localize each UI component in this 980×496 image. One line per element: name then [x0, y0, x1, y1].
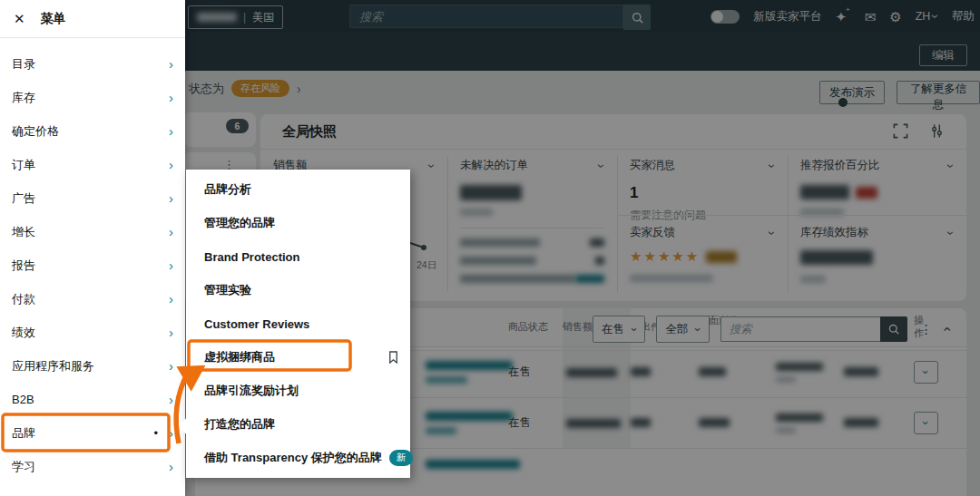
sidebar-item-inventory[interactable]: 库存› [0, 81, 185, 114]
sidebar-item-catalog[interactable]: 目录› [0, 47, 185, 81]
submenu-item-manage-experiments[interactable]: 管理实验 [186, 274, 410, 307]
sidebar-item-b2b[interactable]: B2B› [0, 383, 185, 416]
submenu-item-brand-referral-bonus[interactable]: 品牌引流奖励计划 [186, 374, 410, 407]
chevron-right-icon: › [169, 392, 173, 407]
sidebar-item-performance[interactable]: 绩效› [0, 316, 185, 349]
chevron-right-icon: › [169, 190, 173, 206]
chevron-right-icon: › [169, 258, 173, 273]
brands-submenu-panel: 品牌分析 管理您的品牌 Brand Protection 管理实验 Custom… [186, 170, 410, 478]
close-icon[interactable]: ✕ [14, 11, 25, 27]
chevron-right-icon: › [169, 291, 173, 306]
submenu-item-build-your-brand[interactable]: 打造您的品牌 [186, 407, 410, 441]
menu-title: 菜单 [41, 11, 66, 27]
sidebar-item-reports[interactable]: 报告› [0, 248, 185, 282]
sidebar-item-apps-services[interactable]: 应用程序和服务› [0, 349, 185, 383]
active-bullet-icon: • [153, 426, 158, 440]
sidebar-item-payments[interactable]: 付款› [0, 282, 185, 316]
submenu-item-customer-reviews[interactable]: Customer Reviews [186, 307, 410, 341]
submenu-item-brand-analytics[interactable]: 品牌分析 [186, 173, 410, 207]
bookmark-icon[interactable] [387, 350, 399, 364]
main-menu-panel: ✕ 菜单 目录› 库存› 确定价格› 订单› 广告› 增长› 报告› 付款› 绩… [0, 0, 185, 496]
submenu-item-brand-protection[interactable]: Brand Protection [186, 240, 410, 274]
sidebar-item-pricing[interactable]: 确定价格› [0, 114, 185, 148]
chevron-right-icon: › [169, 459, 173, 474]
chevron-right-icon: › [169, 56, 173, 72]
chevron-right-icon: › [169, 358, 173, 374]
chevron-right-icon: › [169, 325, 173, 340]
submenu-item-transparency[interactable]: 借助 Transparency 保护您的品牌 新 [186, 441, 410, 474]
chevron-right-icon: › [169, 157, 173, 172]
submenu-item-manage-your-brand[interactable]: 管理您的品牌 [186, 207, 410, 240]
chevron-right-icon: › [169, 425, 173, 441]
sidebar-item-advertising[interactable]: 广告› [0, 181, 185, 215]
sidebar-item-orders[interactable]: 订单› [0, 148, 185, 181]
chevron-right-icon: › [169, 90, 173, 105]
sidebar-item-learn[interactable]: 学习› [0, 450, 185, 483]
sidebar-item-brands[interactable]: 品牌•› [0, 416, 185, 450]
new-badge: 新 [389, 450, 414, 466]
submenu-item-virtual-bundles[interactable]: 虚拟捆绑商品 [186, 340, 410, 374]
sidebar-item-growth[interactable]: 增长› [0, 215, 185, 248]
chevron-right-icon: › [169, 123, 173, 139]
chevron-right-icon: › [169, 224, 173, 239]
